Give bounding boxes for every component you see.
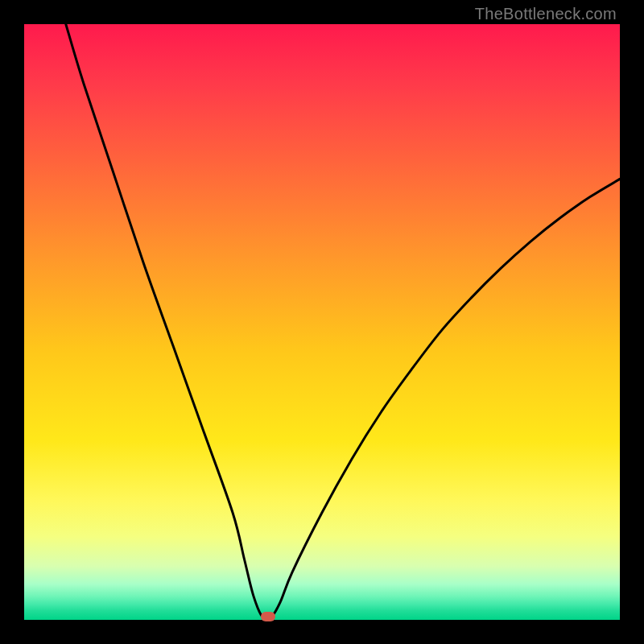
chart-frame: TheBottleneck.com [0, 0, 644, 644]
plot-area [24, 24, 620, 620]
min-marker [261, 612, 275, 621]
curve-svg [24, 24, 620, 620]
bottleneck-curve [66, 24, 620, 619]
watermark-text: TheBottleneck.com [475, 5, 617, 23]
